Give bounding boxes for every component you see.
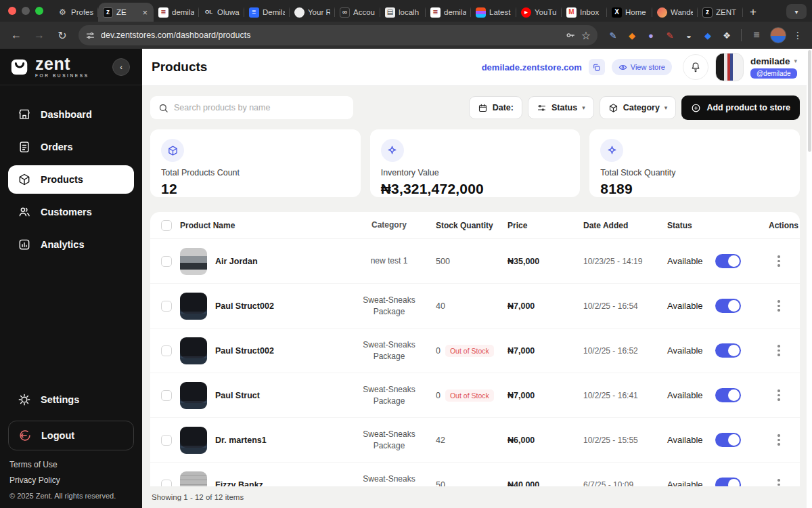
product-thumbnail: [180, 337, 207, 364]
privacy-link[interactable]: Privacy Policy: [9, 475, 133, 485]
copyright-text: © 2025 Zent. All rights reserved.: [0, 489, 142, 508]
extension-icon[interactable]: ◆: [626, 29, 638, 41]
tab-title: Accou: [353, 8, 376, 16]
store-url-link[interactable]: demilade.zentstore.com: [482, 62, 582, 72]
user-avatar[interactable]: [715, 53, 744, 81]
chevron-down-icon: ▾: [582, 104, 585, 111]
extension-icon[interactable]: ●: [645, 29, 657, 41]
copy-icon[interactable]: [589, 59, 605, 75]
row-checkbox[interactable]: [161, 301, 172, 312]
browser-tab[interactable]: X Home: [607, 3, 652, 22]
sidebar-item-dashboard[interactable]: Dashboard: [8, 100, 134, 129]
browser-tab[interactable]: ▸ YouTub: [516, 3, 562, 22]
table-row: Air Jordan new test 1 500 ₦35,000 10/23/…: [150, 239, 800, 284]
extension-icon[interactable]: ◒: [683, 29, 695, 41]
row-checkbox[interactable]: [161, 256, 172, 267]
sidebar-item-analytics[interactable]: Analytics: [8, 230, 134, 259]
extension-icon[interactable]: ✎: [664, 29, 676, 41]
notifications-bell-button[interactable]: [683, 54, 708, 80]
browser-tab[interactable]: M Inbox: [562, 3, 607, 22]
browser-tab[interactable]: ≡ Demila: [244, 3, 290, 22]
view-store-button[interactable]: View store: [612, 59, 672, 75]
table-row: Paul Struct002 Sweat-Sneaks Package 0 Ou…: [150, 329, 800, 373]
minimize-window-button[interactable]: [22, 7, 30, 15]
date-added: 10/2/25 - 15:55: [583, 436, 667, 445]
row-actions-menu-icon[interactable]: [775, 342, 783, 359]
tab-search-chevron-button[interactable]: ▾: [786, 4, 807, 19]
browser-tab[interactable]: Wande: [652, 3, 698, 22]
availability-toggle[interactable]: [715, 343, 741, 358]
passwords-key-icon[interactable]: [565, 30, 576, 41]
calendar-icon: [478, 103, 488, 113]
tab-groups-icon[interactable]: ≡: [747, 26, 766, 45]
select-all-checkbox[interactable]: [161, 220, 172, 231]
site-settings-icon[interactable]: [85, 30, 95, 41]
bookmark-star-icon[interactable]: ☆: [581, 29, 591, 42]
sidebar-item-orders[interactable]: Orders: [8, 133, 134, 161]
url-text[interactable]: dev.zentstores.com/dashboard/products: [101, 30, 560, 40]
extension-icon[interactable]: ◆: [702, 29, 714, 41]
chevron-down-icon[interactable]: ▾: [794, 58, 797, 64]
out-of-stock-badge: Out of Stock: [445, 345, 494, 357]
row-actions-menu-icon[interactable]: [775, 297, 783, 314]
browser-tab[interactable]: OL Oluwa: [199, 3, 244, 22]
browser-tab[interactable]: ⚙ Profes: [53, 3, 98, 22]
browser-menu-icon[interactable]: ⋮: [790, 30, 805, 41]
extension-icon[interactable]: ❖: [721, 29, 733, 41]
row-actions-menu-icon[interactable]: [775, 253, 783, 270]
row-checkbox[interactable]: [161, 390, 172, 401]
availability-toggle[interactable]: [715, 299, 741, 313]
terms-link[interactable]: Terms of Use: [9, 460, 133, 469]
scrollbar-thumb[interactable]: [808, 50, 811, 152]
user-name[interactable]: demilade: [750, 56, 790, 66]
browser-tab[interactable]: ≣ demila: [426, 3, 471, 22]
availability-toggle[interactable]: [715, 478, 741, 486]
status-label: Available: [667, 390, 703, 400]
tab-favicon: ▤: [385, 7, 395, 18]
extension-icon[interactable]: ✎: [607, 29, 619, 41]
availability-toggle[interactable]: [715, 254, 741, 268]
zoom-window-button[interactable]: [35, 7, 43, 15]
product-category: Sweat-Sneaks Package: [342, 384, 436, 406]
forward-button[interactable]: →: [30, 26, 49, 45]
sidebar-item-label: Products: [41, 174, 83, 185]
page-scrollbar[interactable]: [807, 49, 812, 508]
address-bar[interactable]: dev.zentstores.com/dashboard/products ☆: [78, 25, 597, 45]
browser-profile-avatar[interactable]: [770, 27, 786, 43]
row-actions-menu-icon[interactable]: [775, 387, 783, 404]
row-checkbox[interactable]: [161, 480, 172, 487]
close-window-button[interactable]: [8, 7, 16, 15]
availability-toggle[interactable]: [715, 433, 741, 447]
view-store-label: View store: [631, 63, 665, 71]
date-filter-button[interactable]: Date:: [469, 96, 522, 119]
new-tab-button[interactable]: +: [743, 3, 763, 22]
reload-button[interactable]: ↻: [53, 26, 72, 45]
row-checkbox[interactable]: [161, 435, 172, 446]
browser-tab[interactable]: ∞ Accou: [335, 3, 380, 22]
sidebar-item-products[interactable]: Products: [8, 165, 134, 194]
tab-close-icon[interactable]: ×: [141, 7, 149, 18]
browser-tab[interactable]: ▤ localh: [380, 3, 426, 22]
browser-tab[interactable]: z ZE ×: [98, 3, 154, 22]
availability-toggle[interactable]: [715, 388, 741, 402]
product-category: Sweat-Sneaks Package: [342, 295, 436, 316]
sidebar-item-settings[interactable]: Settings: [8, 385, 134, 414]
browser-tab[interactable]: Latest: [471, 3, 516, 22]
logout-button[interactable]: Logout: [8, 421, 134, 450]
status-filter-button[interactable]: Status ▾: [528, 96, 594, 119]
add-product-button[interactable]: Add product to store: [681, 96, 800, 120]
row-checkbox[interactable]: [161, 345, 172, 356]
product-thumbnail: [180, 427, 207, 454]
back-button[interactable]: ←: [7, 26, 26, 45]
category-filter-button[interactable]: Category ▾: [600, 96, 677, 119]
row-actions-menu-icon[interactable]: [775, 476, 783, 486]
browser-tab[interactable]: ≣ demila: [154, 3, 199, 22]
table-header-row: Product Name Category Stock Quantity Pri…: [150, 212, 800, 239]
search-input[interactable]: [174, 103, 345, 112]
sidebar-collapse-button[interactable]: ‹: [112, 58, 130, 76]
browser-tab[interactable]: Your R: [290, 3, 335, 22]
browser-tab[interactable]: z ZENT: [698, 3, 743, 22]
search-box[interactable]: [150, 96, 353, 119]
sidebar-item-customers[interactable]: Customers: [8, 198, 134, 226]
row-actions-menu-icon[interactable]: [775, 431, 783, 448]
